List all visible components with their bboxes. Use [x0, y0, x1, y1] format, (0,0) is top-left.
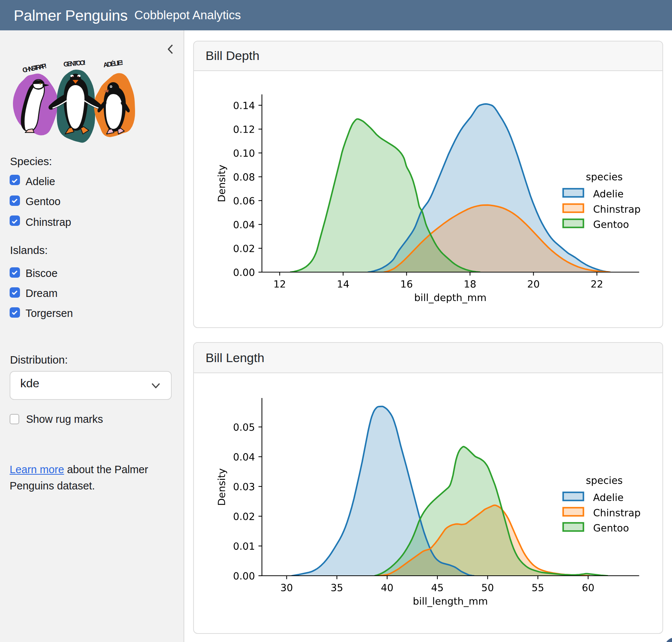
svg-text:GENTOO!: GENTOO!	[63, 58, 86, 68]
svg-text:CHINSTRAP!: CHINSTRAP!	[22, 62, 47, 74]
svg-text:ADÉLIE!: ADÉLIE!	[103, 58, 124, 68]
